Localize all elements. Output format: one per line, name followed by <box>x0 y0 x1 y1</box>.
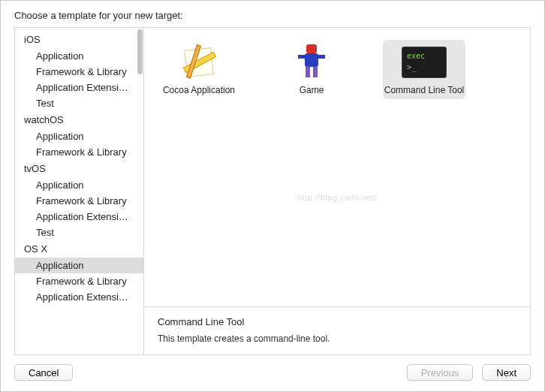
sidebar-item[interactable]: Application Extensi… <box>15 209 143 225</box>
description-title: Command Line Tool <box>158 316 516 327</box>
sheet-heading: Choose a template for your new target: <box>1 1 544 27</box>
sidebar-item[interactable]: Application <box>15 177 143 193</box>
sidebar-item-selected[interactable]: Application <box>15 258 143 273</box>
sidebar-item[interactable]: Framework & Library <box>15 273 143 289</box>
sidebar-item[interactable]: Application <box>15 128 143 144</box>
sidebar-item[interactable]: Test <box>15 225 143 240</box>
category-osx[interactable]: OS X <box>15 240 143 258</box>
new-target-sheet: Choose a template for your new target: i… <box>0 0 545 392</box>
category-tvos[interactable]: tvOS <box>15 160 143 177</box>
sidebar-item[interactable]: Application Extensi… <box>15 80 143 95</box>
category-sidebar[interactable]: iOS Application Framework & Library Appl… <box>15 28 144 354</box>
template-command-line-tool[interactable]: exec >_ Command Line Tool <box>383 40 465 99</box>
category-watchos[interactable]: watchOS <box>15 111 143 128</box>
sidebar-item[interactable]: Application <box>15 48 143 64</box>
scroll-thumb[interactable] <box>137 29 143 74</box>
terminal-icon: exec >_ <box>401 43 447 82</box>
sidebar-item[interactable]: Framework & Library <box>15 144 143 160</box>
template-label: Cocoa Application <box>163 85 235 96</box>
template-game[interactable]: Game <box>270 40 353 99</box>
sidebar-item[interactable]: Framework & Library <box>15 193 143 209</box>
template-panel: Cocoa Application Game exec >_ <box>144 28 530 354</box>
content-area: iOS Application Framework & Library Appl… <box>14 27 531 355</box>
watermark-text: http://blog.csdn.net/ <box>297 193 378 202</box>
description-text: This template creates a command-line too… <box>158 333 516 344</box>
cocoa-app-icon <box>176 43 222 82</box>
sidebar-item[interactable]: Test <box>15 95 143 111</box>
category-ios[interactable]: iOS <box>15 31 143 48</box>
template-label: Game <box>300 85 324 96</box>
cancel-button[interactable]: Cancel <box>14 364 73 381</box>
sidebar-item[interactable]: Framework & Library <box>15 64 143 80</box>
next-button[interactable]: Next <box>482 364 531 381</box>
template-grid: Cocoa Application Game exec >_ <box>144 28 530 306</box>
sidebar-item[interactable]: Application Extensi… <box>15 289 143 305</box>
previous-button: Previous <box>407 364 474 381</box>
template-label: Command Line Tool <box>384 85 465 96</box>
template-cocoa-application[interactable]: Cocoa Application <box>158 40 240 99</box>
sidebar-scrollbar[interactable] <box>137 29 143 353</box>
heading-text: Choose a template for your new target: <box>14 10 183 21</box>
template-description: Command Line Tool This template creates … <box>144 306 530 354</box>
button-bar: Cancel Previous Next <box>1 355 544 391</box>
game-icon <box>288 43 335 82</box>
